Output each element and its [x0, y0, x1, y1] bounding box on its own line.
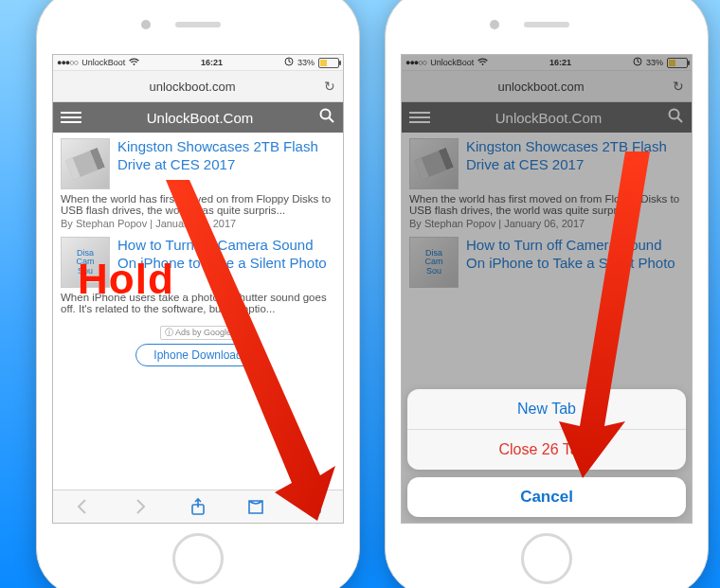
svg-point-1	[321, 110, 331, 119]
new-tab-button[interactable]: New Tab	[407, 389, 686, 429]
site-header: UnlockBoot.Com	[53, 102, 343, 133]
safari-toolbar	[53, 490, 343, 523]
iphone-mock-right: ●●●○○ UnlockBoot 16:21 33% unlockboot.co…	[385, 0, 709, 588]
action-sheet: New Tab Close 26 Tabs Cancel	[407, 389, 686, 517]
rotation-lock-icon	[284, 57, 294, 68]
page-content: Kingston Showcases 2TB Flash Drive at CE…	[53, 133, 343, 366]
share-icon[interactable]	[189, 497, 207, 516]
wifi-icon	[129, 58, 139, 68]
post-1-title[interactable]: Kingston Showcases 2TB Flash Drive at CE…	[117, 138, 335, 189]
post-1: Kingston Showcases 2TB Flash Drive at CE…	[61, 138, 335, 229]
svg-rect-5	[310, 503, 320, 513]
carrier-label: UnlockBoot	[81, 58, 125, 67]
ad-label: ⓘ Ads by Google	[160, 326, 236, 340]
phone-camera-dot	[141, 20, 151, 29]
battery-percent: 33%	[297, 58, 315, 67]
url-text: unlockboot.com	[61, 80, 324, 94]
battery-icon	[318, 58, 339, 68]
signal-dots-icon: ●●●○○	[57, 58, 78, 67]
tabs-icon[interactable]	[304, 497, 323, 516]
phone-speaker	[175, 22, 221, 27]
annotation-hold-label: Hold	[78, 256, 174, 303]
action-sheet-group: New Tab Close 26 Tabs	[407, 389, 686, 470]
search-icon[interactable]	[318, 107, 335, 128]
bookmarks-icon[interactable]	[246, 497, 265, 516]
site-title: UnlockBoot.Com	[81, 110, 318, 126]
close-tabs-button[interactable]: Close 26 Tabs	[407, 429, 686, 470]
home-button[interactable]	[172, 533, 224, 584]
post-1-thumb-usb-icon	[61, 138, 110, 189]
ad-block: ⓘ Ads by Google Iphone Download	[61, 322, 335, 366]
back-icon[interactable]	[73, 497, 92, 516]
clock-label: 16:21	[139, 58, 284, 67]
cancel-button[interactable]: Cancel	[407, 477, 686, 517]
home-button[interactable]	[521, 533, 572, 584]
screen-right: ●●●○○ UnlockBoot 16:21 33% unlockboot.co…	[401, 54, 693, 524]
phone-camera-dot	[490, 20, 499, 29]
svg-line-2	[330, 118, 334, 123]
post-1-byline: By Stephan Popov | January 06, 2017	[61, 218, 335, 229]
phone-speaker	[524, 22, 569, 27]
post-1-excerpt: When the world has first moved on from F…	[61, 193, 335, 216]
reload-icon[interactable]: ↻	[324, 79, 335, 94]
safari-url-bar[interactable]: unlockboot.com ↻	[53, 71, 343, 102]
ad-button[interactable]: Iphone Download	[135, 344, 260, 366]
forward-icon[interactable]	[131, 497, 150, 516]
status-bar: ●●●○○ UnlockBoot 16:21 33%	[53, 55, 343, 71]
hamburger-menu-icon[interactable]	[61, 112, 81, 123]
